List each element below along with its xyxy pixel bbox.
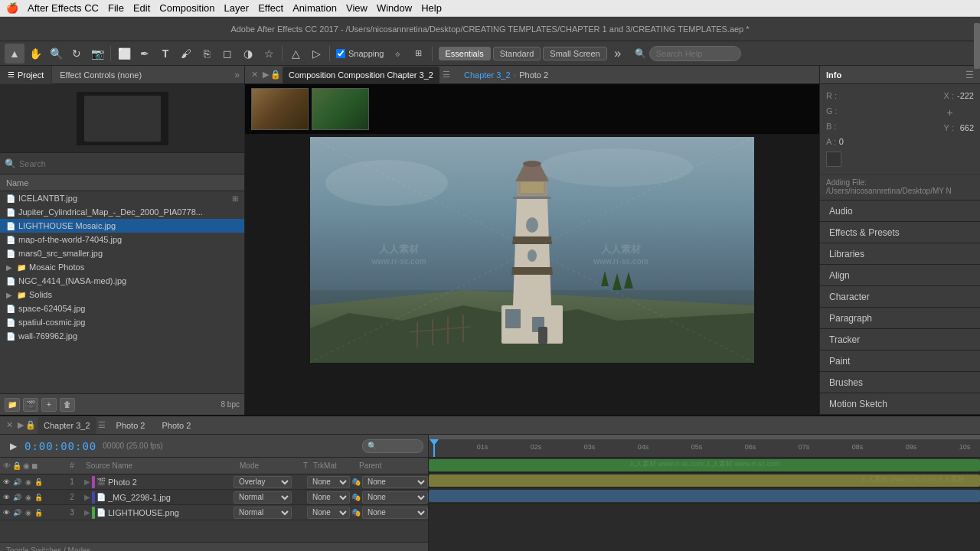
timeline-tab-2[interactable]: Photo 2 [110, 417, 152, 434]
menu-view[interactable]: View [346, 2, 368, 14]
zoom-tool[interactable]: 🔍 [46, 44, 66, 64]
rect-tool[interactable]: ⬜ [114, 44, 134, 64]
effect-controls-tab[interactable]: Effect Controls (none) [52, 66, 230, 84]
puppet-tool[interactable]: ☆ [259, 44, 279, 64]
tracker-section[interactable]: Tracker [820, 329, 980, 350]
align-right-tool[interactable]: ▷ [306, 44, 326, 64]
layer-2-mode-select[interactable]: Normal Overlay [234, 491, 292, 504]
menu-help[interactable]: Help [421, 2, 442, 14]
comp-main-tab[interactable]: Composition Composition Chapter 3_2 [283, 67, 439, 83]
snap-options-btn[interactable]: ⟐ [388, 44, 408, 64]
playhead[interactable] [433, 439, 435, 457]
list-item[interactable]: 📄 LIGHTHOUSE Mosaic.jpg [0, 219, 244, 233]
apple-menu[interactable]: 🍎 [6, 2, 18, 14]
paragraph-section[interactable]: Paragraph [820, 308, 980, 329]
layer-3-eye[interactable]: 👁 [2, 507, 11, 517]
paint-section[interactable]: Paint [820, 350, 980, 372]
list-item-folder[interactable]: ▶ 📁 Solids [0, 288, 244, 302]
text-tool[interactable]: T [155, 44, 175, 64]
new-comp-btn[interactable]: 🎬 [23, 398, 38, 412]
menu-effect[interactable]: Effect [258, 2, 283, 14]
comp-menu-icon[interactable]: ☰ [443, 70, 450, 80]
timeline-search-input[interactable] [362, 439, 423, 453]
list-item[interactable]: 📄 Jupiter_Cylindrical_Map_-_Dec_2000_PIA… [0, 205, 244, 219]
brushes-section[interactable]: Brushes [820, 372, 980, 393]
layer-2-lock[interactable]: 🔓 [34, 492, 44, 502]
layer-2-solo[interactable]: ◉ [23, 492, 33, 502]
workspace-essentials[interactable]: Essentials [439, 47, 491, 60]
layer-1-mode-select[interactable]: Overlay Normal [234, 476, 292, 488]
list-item[interactable]: 📄 map-of-the-world-74045.jpg [0, 233, 244, 246]
layer-2-trk-select[interactable]: None [307, 491, 350, 504]
workspace-standard[interactable]: Standard [493, 47, 541, 60]
clone-tool[interactable]: ⎘ [197, 44, 217, 64]
align-section[interactable]: Align [820, 265, 980, 286]
effects-presets-section[interactable]: Effects & Presets [820, 222, 980, 243]
layer-2-expand[interactable]: ▶ [83, 493, 92, 501]
breadcrumb-chapter[interactable]: Chapter 3_2 [464, 70, 511, 80]
menu-animation[interactable]: Animation [292, 2, 337, 14]
list-item[interactable]: 📄 ICELANTBT.jpg ⊞ [0, 191, 244, 205]
timeline-tab-3[interactable]: Photo 2 [155, 417, 197, 434]
layer-3-solo[interactable]: ◉ [23, 507, 33, 517]
list-item[interactable]: 📄 NGC_4414_(NASA-med).jpg [0, 274, 244, 288]
new-folder-btn[interactable]: 📁 [5, 398, 20, 412]
project-search-input[interactable] [19, 159, 240, 168]
snapping-checkbox[interactable] [336, 49, 345, 58]
layer-3-audio[interactable]: 🔊 [12, 507, 22, 517]
list-item-folder[interactable]: ▶ 📁 Mosaic Photos [0, 260, 244, 274]
close-comp-btn[interactable]: ✕ [248, 70, 261, 80]
list-item[interactable]: 📄 space-624054.jpg [0, 302, 244, 315]
list-item[interactable]: 📄 spatiul-cosmic.jpg [0, 315, 244, 329]
menu-window[interactable]: Window [377, 2, 412, 14]
character-section[interactable]: Character [820, 286, 980, 308]
delete-btn[interactable]: 🗑 [60, 398, 75, 412]
layer-2-audio[interactable]: 🔊 [12, 492, 22, 502]
snap-options-btn2[interactable]: ⊞ [409, 44, 429, 64]
layer-3-parent-select[interactable]: None [362, 507, 428, 519]
menu-layer[interactable]: Layer [224, 2, 250, 14]
audio-section[interactable]: Audio [820, 201, 980, 222]
project-tab[interactable]: ☰ Project [0, 66, 52, 84]
time-display[interactable]: 0:00:00:00 [24, 440, 96, 452]
play-btn[interactable]: ▶ [5, 438, 21, 455]
list-item[interactable]: 📄 wall-769962.jpg [0, 329, 244, 343]
motion-sketch-section[interactable]: Motion Sketch [820, 393, 980, 415]
layer-1-parent-select[interactable]: None [362, 476, 428, 488]
menu-file[interactable]: File [108, 2, 124, 14]
brush-tool[interactable]: 🖌 [176, 44, 196, 64]
panel-expand-btn[interactable]: » [230, 70, 244, 80]
hand-tool[interactable]: ✋ [25, 44, 45, 64]
new-item-btn[interactable]: + [41, 398, 57, 412]
foreground-swatch[interactable] [826, 152, 841, 167]
eraser-tool[interactable]: ◻ [217, 44, 237, 64]
menu-edit[interactable]: Edit [133, 2, 150, 14]
layer-3-lock[interactable]: 🔓 [34, 507, 44, 517]
layer-3-mode-select[interactable]: Normal Overlay [234, 507, 292, 519]
timeline-tab-menu[interactable]: ☰ [98, 420, 106, 430]
layer-1-eye[interactable]: 👁 [2, 477, 11, 487]
search-help-input[interactable] [649, 46, 741, 61]
layer-3-trk-select[interactable]: None [307, 507, 350, 519]
close-timeline-btn[interactable]: ✕ [3, 420, 16, 430]
workspace-more-btn[interactable]: » [608, 44, 628, 64]
rotate-tool[interactable]: ↻ [67, 44, 87, 64]
list-item[interactable]: 📄 mars0_src_smaller.jpg [0, 246, 244, 260]
layer-2-eye[interactable]: 👁 [2, 492, 11, 502]
workspace-small-screen[interactable]: Small Screen [543, 47, 606, 60]
timeline-tab-1[interactable]: Chapter 3_2 [38, 417, 96, 434]
selection-tool[interactable]: ▲ [5, 44, 24, 64]
layer-1-audio[interactable]: 🔊 [12, 477, 22, 487]
track-bar-3[interactable] [429, 490, 980, 502]
info-menu-icon[interactable]: ☰ [965, 70, 974, 80]
breadcrumb-photo[interactable]: Photo 2 [519, 70, 548, 80]
toggle-switches-label[interactable]: Toggle Switches / Modes [6, 546, 91, 551]
layer-3-expand[interactable]: ▶ [83, 508, 92, 517]
layer-1-solo[interactable]: ◉ [23, 477, 33, 487]
layer-1-expand[interactable]: ▶ [83, 478, 92, 486]
layer-1-lock[interactable]: 🔓 [34, 477, 44, 487]
menu-aftereffects[interactable]: After Effects CC [28, 2, 99, 14]
layer-2-parent-select[interactable]: None [362, 491, 428, 504]
roto-tool[interactable]: ◑ [238, 44, 258, 64]
layer-1-trk-select[interactable]: None [307, 476, 350, 488]
